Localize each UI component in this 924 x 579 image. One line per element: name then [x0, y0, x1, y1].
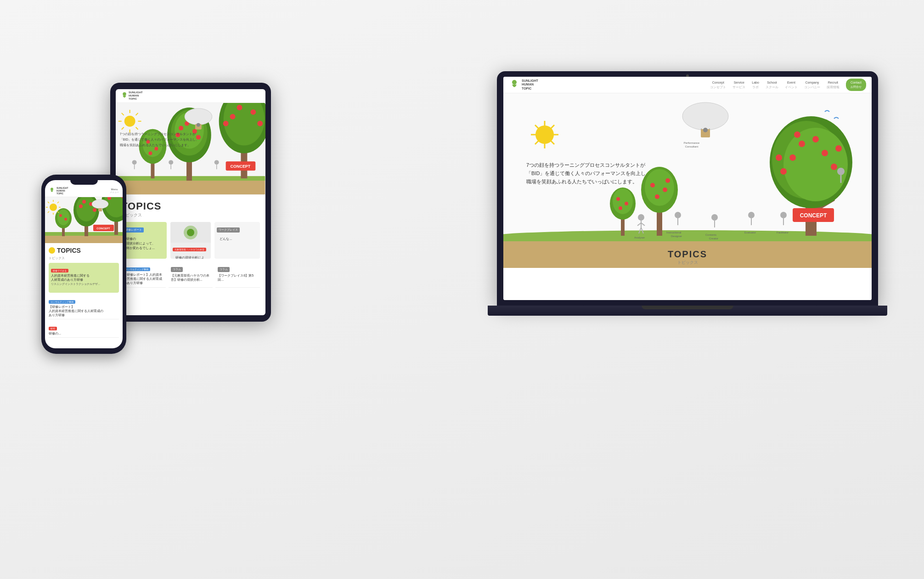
- svg-point-65: [711, 214, 718, 221]
- phone-card-text: 人的資本経営推進に関する人材育成のあり方研修リスニングインストラクショナルデザ.…: [51, 273, 117, 286]
- tablet-topics-jp: トピックス: [121, 212, 260, 218]
- laptop-hero: 7つの顔を持つラーニングプロセスコンサルタントが 「BID」を通じて働く人々のパ…: [503, 93, 872, 268]
- tablet-row-1-text: 【研修レポート】人的資本経営推進に関する人材育成のあり方研修: [124, 272, 163, 285]
- svg-point-47: [780, 168, 787, 175]
- phone-row-items: コンサルティング事例 【研修レポート】人的資本経営推進に関する人材育成のあり方研…: [49, 295, 119, 338]
- svg-point-103: [223, 121, 229, 126]
- svg-point-144: [93, 208, 96, 212]
- svg-point-161: [92, 199, 108, 209]
- svg-point-52: [837, 168, 845, 175]
- tablet-card-2-tag: 元教育部長！ハヤカワの本音: [173, 248, 206, 251]
- laptop-screen-outer: SUNLIGHT HUMAN TOPIC Concept コンセプト: [497, 71, 878, 306]
- svg-point-141: [79, 204, 83, 208]
- phone-logo-text: SUNLIGHT HUMAN TOPIC: [56, 187, 68, 195]
- nav-item-service[interactable]: Service サービス: [732, 80, 745, 89]
- svg-text:Instructional: Instructional: [666, 231, 681, 234]
- phone-topics-title: TOPICS: [57, 247, 81, 254]
- nav-item-recruit[interactable]: Recruit 採用情報: [827, 80, 839, 89]
- tablet-row-2-tag: コラム: [171, 267, 183, 272]
- tablet-cards: 研修レポート 研修の現状分析によって、何か変わるでしょ...: [121, 222, 260, 259]
- svg-point-61: [675, 212, 681, 218]
- tablet-illustration: CONCEPT 7つの顔を持つラーニングプロセスコンサルタントが 「BID」を通…: [116, 103, 265, 194]
- svg-text:7つの顔を持つラーニングプロセスコンサルタントが: 7つの顔を持つラーニングプロセスコンサルタントが: [120, 132, 196, 136]
- svg-point-119: [185, 108, 212, 125]
- svg-point-77: [123, 92, 126, 96]
- tablet-row-2-text: 【元教育部長ハヤカワの本音】研修の現状分析...: [171, 273, 211, 282]
- svg-text:Creator: Creator: [709, 237, 718, 240]
- tablet-device: SUNLIGHT HUMAN TOPIC: [110, 83, 271, 322]
- svg-point-49: [794, 131, 800, 138]
- tablet-navbar: SUNLIGHT HUMAN TOPIC: [116, 89, 265, 103]
- svg-text:Contents: Contents: [705, 233, 716, 236]
- tablet-card-1-text: 研修の現状分析によって、何か変わるでしょ...: [124, 234, 164, 253]
- svg-text:Facilitator: Facilitator: [777, 231, 789, 234]
- svg-point-152: [50, 204, 57, 211]
- tablet-row-1-tag: コンサルティング事例: [124, 267, 150, 271]
- tablet-logo-text: SUNLIGHT HUMAN TOPIC: [129, 91, 143, 101]
- tablet-row-item-3: コラム 【ワークプレイス6】第5回...: [215, 261, 260, 288]
- laptop-content: SUNLIGHT HUMAN TOPIC Concept コンセプト: [503, 77, 872, 300]
- svg-point-99: [230, 114, 236, 119]
- svg-text:職場を笑顔あふれる人たちでいっぱいにします。: 職場を笑顔あふれる人たちでいっぱいにします。: [120, 143, 191, 147]
- svg-point-51: [776, 154, 782, 161]
- phone-row-item-2: 研究 研修の...: [49, 321, 119, 338]
- nav-contact-button[interactable]: Contactお問合せ: [846, 79, 866, 91]
- svg-point-128: [187, 229, 194, 236]
- svg-point-17: [682, 102, 728, 130]
- tablet-card-2: 元教育部長！ハヤカワの本音 研修の現状分析によって、何か変わる...: [170, 222, 211, 259]
- phone-topics-section: TOPICS トピックス 研修でできる 人的資本経営推進に関する人材育成のあり方…: [45, 243, 123, 338]
- phone-menu-button[interactable]: Menu メニュー: [110, 188, 119, 193]
- svg-point-32: [645, 169, 674, 206]
- svg-point-27: [616, 197, 620, 201]
- svg-text:Evaluator: Evaluator: [744, 231, 756, 234]
- tablet-row-item-1: コンサルティング事例 【研修レポート】人的資本経営推進に関する人材育成のあり方研…: [121, 261, 166, 288]
- laptop-base: [488, 306, 887, 316]
- laptop-device: SUNLIGHT HUMAN TOPIC Concept コンセプト: [497, 71, 878, 329]
- svg-text:「BID」を通じて働く人々のパフォーマンスを向上し、: 「BID」を通じて働く人々のパフォーマンスを向上し、: [120, 138, 199, 142]
- laptop-logo-icon: [509, 79, 520, 91]
- svg-point-137: [64, 218, 67, 221]
- phone-outer: SUNLIGHT HUMAN TOPIC Menu メニュー: [41, 175, 126, 354]
- svg-text:CONCEPT: CONCEPT: [800, 212, 827, 219]
- svg-point-29: [619, 206, 622, 210]
- svg-point-102: [257, 121, 263, 126]
- svg-point-0: [512, 80, 517, 85]
- svg-point-129: [51, 188, 53, 191]
- phone-logo-icon: [49, 187, 55, 194]
- svg-point-36: [665, 178, 670, 183]
- tablet-row-3-text: 【ワークプレイス6】第5回...: [218, 273, 258, 282]
- svg-point-45: [799, 141, 805, 147]
- svg-text:Analyser: Analyser: [634, 236, 645, 239]
- svg-point-121: [197, 123, 200, 127]
- svg-point-104: [132, 160, 137, 165]
- nav-item-concept[interactable]: Concept コンセプト: [710, 80, 726, 89]
- svg-point-86: [148, 151, 152, 155]
- tablet-card-1: 研修レポート 研修の現状分析によって、何か変わるでしょ...: [121, 222, 167, 259]
- svg-text:CONCEPT: CONCEPT: [231, 164, 251, 169]
- svg-text:Performance: Performance: [684, 142, 700, 144]
- svg-text:「BID」を通じて働く人々のパフォーマンスを向上し、: 「BID」を通じて働く人々のパフォーマンスを向上し、: [526, 170, 651, 176]
- svg-point-46: [831, 164, 837, 170]
- svg-point-108: [214, 160, 219, 165]
- nav-item-labo[interactable]: Labo ラボ: [752, 80, 759, 89]
- tablet-logo-icon: [120, 92, 129, 100]
- phone-card-tag: 研修でできる: [51, 269, 68, 272]
- svg-text:Designer: Designer: [671, 235, 682, 238]
- svg-point-35: [655, 194, 659, 199]
- svg-point-143: [82, 200, 86, 204]
- phone-hero-mini: CONCEPT: [45, 197, 123, 243]
- nav-item-company[interactable]: Company コンパニー: [804, 80, 820, 89]
- svg-text:CONCEPT: CONCEPT: [96, 227, 110, 230]
- svg-point-33: [650, 183, 655, 187]
- svg-point-50: [835, 145, 842, 152]
- svg-text:7つの顔を持つラーニングプロセスコンサルタントが: 7つの顔を持つラーニングプロセスコンサルタントが: [526, 162, 646, 168]
- svg-rect-79: [116, 178, 265, 194]
- tablet-row-3-tag: コラム: [218, 267, 230, 272]
- svg-rect-162: [98, 208, 102, 211]
- nav-item-event[interactable]: Event イベント: [785, 80, 798, 89]
- svg-point-28: [625, 202, 628, 205]
- tablet-row-item-2: コラム 【元教育部長ハヤカワの本音】研修の現状分析...: [169, 261, 213, 288]
- svg-text:Consultant: Consultant: [685, 145, 699, 148]
- svg-point-69: [748, 212, 755, 218]
- nav-item-school[interactable]: School スクール: [766, 80, 778, 89]
